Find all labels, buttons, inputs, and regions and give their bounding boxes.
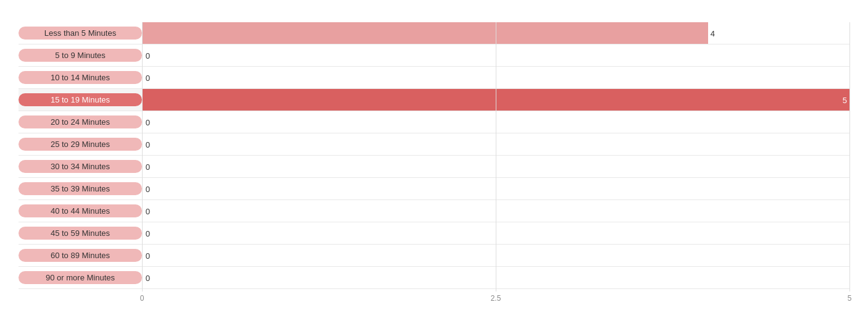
bar-row: 90 or more Minutes0 [19,267,849,289]
bar-label: 15 to 19 Minutes [19,93,142,106]
bar-value: 0 [146,117,150,127]
bar-container: 0 [142,67,849,88]
bar-row: 25 to 29 Minutes0 [19,133,849,156]
bar-label: 60 to 89 Minutes [19,249,142,262]
bar-container: 0 [142,111,849,133]
bar-container: 0 [142,267,849,288]
bar-value: 5 [843,95,847,104]
bar-value: 0 [146,140,150,149]
bar-container: 0 [142,178,849,199]
bar-label: 35 to 39 Minutes [19,182,142,195]
bar-label: Less than 5 Minutes [19,27,142,40]
bar-container: 0 [142,222,849,244]
bar-container: 0 [142,44,849,66]
bar-fill [142,22,708,44]
bar-row: 5 to 9 Minutes0 [19,44,849,67]
bars-container: Less than 5 Minutes45 to 9 Minutes010 to… [19,22,849,289]
bar-label: 25 to 29 Minutes [19,138,142,151]
bar-label: 45 to 59 Minutes [19,227,142,240]
bar-label: 5 to 9 Minutes [19,49,142,62]
bar-row: 30 to 34 Minutes0 [19,156,849,178]
bar-row: 45 to 59 Minutes0 [19,222,849,245]
bar-row: 60 to 89 Minutes0 [19,245,849,267]
bar-row: 20 to 24 Minutes0 [19,111,849,133]
bar-container: 0 [142,200,849,222]
bar-fill [142,89,849,111]
bar-value: 0 [146,273,150,282]
bar-container: 0 [142,245,849,266]
bar-value: 0 [146,73,150,82]
bar-row: Less than 5 Minutes4 [19,22,849,44]
x-axis-tick: 0 [140,294,144,303]
x-axis: 02.55 [142,292,849,306]
bar-row: 10 to 14 Minutes0 [19,67,849,89]
bar-label: 30 to 34 Minutes [19,160,142,173]
bar-label: 40 to 44 Minutes [19,204,142,217]
x-axis-tick: 5 [848,294,852,303]
bar-container: 4 [142,22,849,44]
bar-label: 10 to 14 Minutes [19,71,142,84]
bar-value: 4 [711,28,715,38]
bar-value: 0 [146,206,150,216]
bar-value: 0 [146,184,150,193]
bar-container: 5 [142,89,849,111]
x-axis-tick: 2.5 [491,294,501,303]
bar-row: 15 to 19 Minutes5 [19,89,849,111]
bar-value: 0 [146,51,150,60]
bar-container: 0 [142,156,849,177]
bar-label: 20 to 24 Minutes [19,115,142,128]
bar-value: 0 [146,162,150,171]
chart-area: Less than 5 Minutes45 to 9 Minutes010 to… [19,22,849,306]
page-container: Less than 5 Minutes45 to 9 Minutes010 to… [19,12,849,306]
bar-value: 0 [146,229,150,238]
bar-value: 0 [146,251,150,260]
bar-row: 40 to 44 Minutes0 [19,200,849,222]
bar-row: 35 to 39 Minutes0 [19,178,849,200]
grid-line [849,22,850,292]
bar-label: 90 or more Minutes [19,271,142,284]
bar-container: 0 [142,133,849,155]
